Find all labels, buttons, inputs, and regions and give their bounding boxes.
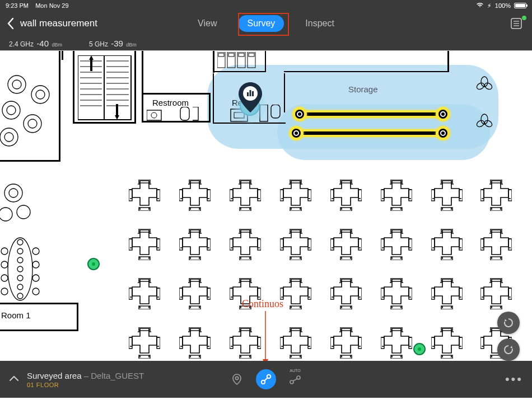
svg-rect-27	[116, 104, 118, 115]
svg-rect-82	[252, 91, 254, 96]
svg-point-49	[8, 76, 26, 93]
mode-tabs: View Survey Inspect	[189, 15, 343, 32]
svg-point-55	[24, 115, 41, 133]
floorplan-canvas[interactable]: Restroom Re Storage Room 1	[0, 50, 532, 361]
seat-icon	[480, 278, 512, 309]
seat-icon	[230, 278, 261, 309]
continuous-button[interactable]	[256, 369, 276, 389]
layers-button[interactable]	[510, 17, 525, 30]
floor-label: 01 FLOOR	[27, 382, 144, 388]
seat-icon	[381, 180, 412, 211]
svg-point-54	[7, 106, 16, 115]
tab-inspect[interactable]: Inspect	[296, 15, 343, 32]
svg-rect-36	[218, 53, 224, 57]
status-time: 9:23 PM	[6, 2, 29, 9]
svg-marker-26	[115, 115, 119, 120]
svg-point-70	[17, 293, 23, 299]
seat-icon	[431, 278, 463, 309]
svg-point-71	[1, 248, 8, 255]
seat-icon	[230, 180, 261, 211]
ssid-label: Delta_GUEST	[91, 371, 144, 380]
seat-icon	[179, 229, 211, 260]
svg-point-65	[17, 248, 23, 254]
svg-point-76	[32, 261, 39, 268]
charging-icon: ⚡︎	[487, 2, 492, 10]
seat-icon	[431, 327, 463, 359]
svg-rect-42	[249, 53, 254, 57]
svg-line-98	[264, 378, 268, 381]
undo-button[interactable]	[497, 338, 520, 361]
survey-meta[interactable]: Surveyed area – Delta_GUEST 01 FLOOR	[27, 371, 144, 388]
redo-button[interactable]	[497, 312, 520, 334]
svg-point-45	[483, 82, 493, 91]
surveyed-area-label: Surveyed area	[27, 371, 82, 380]
svg-point-75	[32, 248, 39, 255]
svg-rect-28	[147, 110, 161, 120]
autopilot-button[interactable]: AUTO	[285, 369, 305, 389]
tab-view[interactable]: View	[189, 15, 226, 32]
seat-icon	[330, 229, 362, 260]
plant-icon	[476, 114, 493, 130]
seat-icon	[230, 327, 261, 359]
room-label-room1: Room 1	[1, 310, 31, 320]
svg-point-57	[0, 128, 18, 146]
svg-rect-40	[239, 53, 244, 57]
battery-pct: 100%	[495, 2, 511, 9]
more-button[interactable]: •••	[505, 372, 523, 387]
restroom-fixtures-icon	[147, 107, 206, 124]
bottom-bar: Surveyed area – Delta_GUEST 01 FLOOR AUT…	[0, 361, 532, 398]
svg-point-74	[1, 288, 8, 295]
seat-icon	[330, 278, 362, 309]
nav-bar: wall measurement View Survey Inspect	[0, 11, 532, 36]
svg-point-63	[8, 238, 32, 300]
refrigerator-row-icon	[217, 52, 265, 71]
seat-icon	[179, 327, 211, 359]
tab-survey[interactable]: Survey	[239, 15, 284, 32]
stop-and-go-button[interactable]	[227, 369, 247, 389]
status-date: Mon Nov 29	[35, 2, 68, 9]
seat-icon	[330, 327, 362, 359]
survey-point-icon[interactable]	[413, 343, 426, 355]
svg-point-73	[1, 275, 8, 281]
svg-rect-81	[250, 90, 251, 96]
svg-point-64	[17, 239, 23, 245]
room-label-restroom: Restroom	[152, 98, 189, 107]
seat-icon	[129, 327, 160, 359]
status-bar: 9:23 PM Mon Nov 29 ⚡︎ 100%	[0, 0, 532, 11]
survey-node-icon	[289, 126, 304, 140]
band-2-4-label: 2.4 GHz	[9, 40, 34, 48]
seat-icon	[129, 229, 160, 260]
survey-node-icon	[292, 107, 307, 121]
seat-icon	[129, 180, 160, 211]
svg-point-69	[17, 284, 23, 290]
seat-icon	[431, 180, 463, 211]
svg-point-47	[476, 119, 486, 128]
svg-marker-87	[505, 319, 507, 321]
svg-marker-88	[510, 346, 512, 348]
seat-icon	[179, 180, 211, 211]
survey-node-icon	[436, 126, 450, 140]
svg-point-44	[476, 82, 486, 91]
svg-rect-30	[180, 107, 189, 120]
svg-point-29	[151, 112, 157, 118]
svg-point-78	[32, 288, 39, 295]
location-pin-icon[interactable]	[239, 82, 262, 112]
room-label-storage: Storage	[348, 84, 378, 94]
svg-point-99	[290, 380, 293, 384]
seat-icon	[129, 278, 160, 309]
seat-icon	[280, 180, 311, 211]
status-right: ⚡︎ 100%	[476, 2, 526, 10]
survey-node-icon	[436, 107, 450, 121]
signal-bar: 2.4 GHz -40 dBm 5 GHz -39 dBm	[0, 36, 532, 50]
stairs-icon	[78, 55, 132, 123]
table-group-icon	[0, 68, 56, 305]
band-5-label: 5 GHz	[89, 40, 108, 48]
svg-rect-25	[90, 60, 92, 71]
expand-button[interactable]	[9, 374, 19, 384]
seat-icon	[330, 180, 362, 211]
svg-point-48	[483, 119, 493, 128]
survey-point-icon[interactable]	[87, 258, 100, 270]
seat-icon	[179, 278, 211, 309]
svg-rect-38	[228, 53, 234, 57]
back-button[interactable]	[7, 17, 15, 30]
